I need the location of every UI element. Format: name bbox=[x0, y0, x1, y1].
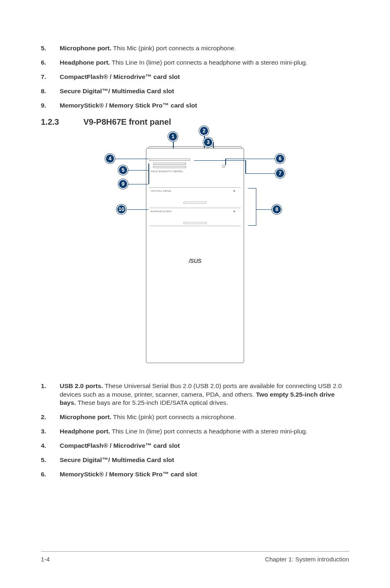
divider-line bbox=[149, 226, 241, 226]
item-number: 7. bbox=[41, 73, 60, 81]
leader-line bbox=[225, 159, 226, 165]
callout-8: 8 bbox=[272, 204, 282, 214]
item-text: MemoryStick® / Memory Stick Pro™ card sl… bbox=[60, 101, 349, 110]
drive-tray-icon bbox=[184, 222, 206, 224]
list-item: 5. Microphone port. This Mic (pink) port… bbox=[41, 44, 349, 53]
list-item: 7. CompactFlash® / Microdrive™ card slot bbox=[41, 73, 349, 81]
callout-9: 9 bbox=[118, 179, 128, 189]
item-number: 3. bbox=[41, 427, 60, 436]
asus-logo: /SUS bbox=[189, 258, 202, 264]
list-item: 3. Headphone port. This Line In (lime) p… bbox=[41, 427, 349, 436]
callout-2: 2 bbox=[199, 126, 209, 136]
item-text: Secure Digital™/ Multimedia Card slot bbox=[60, 456, 349, 465]
series-label: ASUS ESSENTIO SERIES bbox=[151, 170, 183, 173]
section-title: V9-P8H67E front panel bbox=[83, 117, 171, 127]
item-text: Headphone port. This Line In (lime) port… bbox=[60, 58, 349, 67]
callout-10: 10 bbox=[117, 204, 126, 214]
leader-line bbox=[115, 159, 148, 159]
cf-slot-icon bbox=[149, 159, 190, 161]
list-item: 8. Secure Digital™/ Multimedia Card slot bbox=[41, 87, 349, 96]
eject-button-icon bbox=[233, 190, 235, 192]
chapter-title: Chapter 1: System introduction bbox=[265, 556, 349, 563]
leader-line bbox=[194, 160, 246, 161]
item-text: CompactFlash® / Microdrive™ card slot bbox=[60, 442, 349, 450]
eject-button-icon bbox=[233, 211, 235, 212]
leader-line bbox=[128, 170, 148, 171]
ms-slot-icon bbox=[153, 166, 186, 168]
item-text: Secure Digital™/ Multimedia Card slot bbox=[60, 87, 349, 96]
drive-tray-icon bbox=[184, 202, 206, 204]
item-text: Headphone port. This Line In (lime) port… bbox=[60, 427, 349, 436]
page-footer: 1-4 Chapter 1: System introduction bbox=[41, 551, 349, 563]
list-item: 6. MemoryStick® / Memory Stick Pro™ card… bbox=[41, 470, 349, 479]
callout-4: 4 bbox=[105, 154, 115, 164]
list-item: 6. Headphone port. This Line In (lime) p… bbox=[41, 58, 349, 67]
item-text: CompactFlash® / Microdrive™ card slot bbox=[60, 73, 349, 81]
item-text: USB 2.0 ports. These Universal Serial Bu… bbox=[60, 382, 349, 408]
leader-line bbox=[148, 167, 149, 184]
item-number: 6. bbox=[41, 58, 60, 67]
optical-label: OPTICAL DRIVE bbox=[151, 190, 171, 192]
leader-line bbox=[173, 141, 174, 148]
item-number: 1. bbox=[41, 382, 60, 408]
chassis-outline bbox=[146, 148, 244, 363]
list-item: 9. MemoryStick® / Memory Stick Pro™ card… bbox=[41, 101, 349, 110]
callout-1: 1 bbox=[168, 132, 178, 141]
list-item: 4. CompactFlash® / Microdrive™ card slot bbox=[41, 442, 349, 450]
leader-line bbox=[245, 173, 276, 174]
callout-6: 6 bbox=[275, 154, 285, 164]
item-text: Microphone port. This Mic (pink) port co… bbox=[60, 413, 349, 422]
leader-line bbox=[127, 209, 148, 210]
list-item: 1. USB 2.0 ports. These Universal Serial… bbox=[41, 382, 349, 408]
power-button-icon bbox=[222, 165, 225, 168]
item-number: 5. bbox=[41, 44, 60, 53]
callout-7: 7 bbox=[275, 168, 285, 178]
list-item: 2. Microphone port. This Mic (pink) port… bbox=[41, 413, 349, 422]
callout-5: 5 bbox=[118, 165, 128, 175]
expansion-label: EXPANSION BAY bbox=[151, 210, 172, 213]
front-panel-diagram: ASUS ESSENTIO SERIES OPTICAL DRIVE EXPAN… bbox=[41, 135, 349, 364]
item-text: MemoryStick® / Memory Stick Pro™ card sl… bbox=[60, 470, 349, 479]
leader-line bbox=[128, 184, 148, 185]
callout-3: 3 bbox=[203, 137, 213, 147]
list-item: 5. Secure Digital™/ Multimedia Card slot bbox=[41, 456, 349, 465]
item-number: 2. bbox=[41, 413, 60, 422]
item-number: 6. bbox=[41, 470, 60, 479]
item-number: 9. bbox=[41, 101, 60, 110]
leader-line bbox=[225, 159, 275, 159]
leader-line bbox=[245, 160, 246, 173]
leader-line bbox=[256, 209, 272, 210]
leader-line bbox=[213, 142, 214, 148]
item-text: Microphone port. This Mic (pink) port co… bbox=[60, 44, 349, 53]
item-number: 8. bbox=[41, 87, 60, 96]
item-number: 5. bbox=[41, 456, 60, 465]
page-number: 1-4 bbox=[41, 556, 50, 563]
sd-slot-icon bbox=[153, 163, 186, 165]
section-number: 1.2.3 bbox=[41, 117, 83, 127]
item-number: 4. bbox=[41, 442, 60, 450]
section-heading: 1.2.3 V9-P8H67E front panel bbox=[41, 117, 349, 127]
bracket-icon bbox=[248, 188, 256, 226]
